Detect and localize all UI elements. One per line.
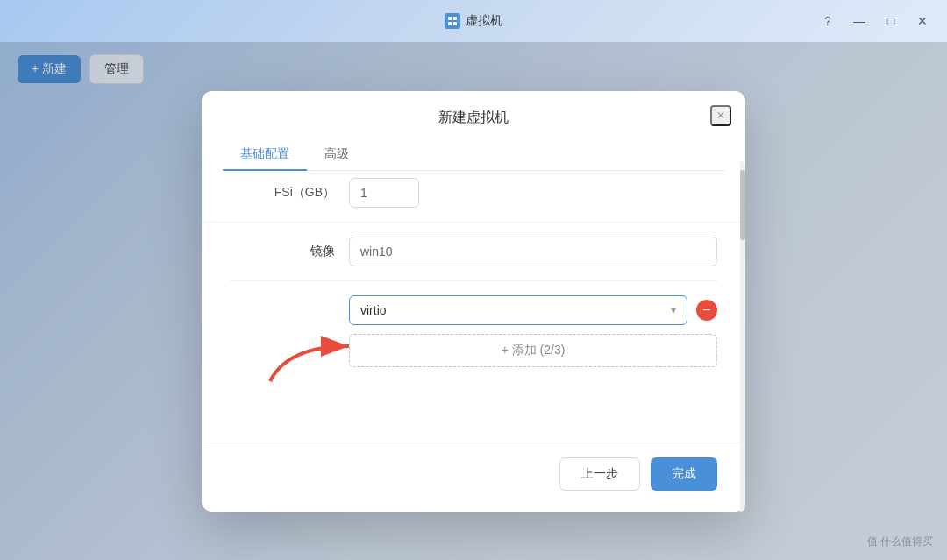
app-icon [445, 13, 460, 29]
dialog-overlay: 新建虚拟机 × 基础配置 高级 FSi（GB） 1 [0, 42, 947, 560]
virtio-value: virtio [360, 303, 387, 317]
dialog-header: 新建虚拟机 × 基础配置 高级 [202, 91, 745, 171]
finish-button[interactable]: 完成 [651, 457, 717, 491]
help-button[interactable]: ? [817, 11, 838, 32]
svg-rect-2 [448, 22, 452, 25]
minimize-button[interactable]: — [849, 11, 870, 32]
image-control [349, 237, 717, 266]
remove-virtio-button[interactable]: − [696, 300, 717, 321]
virtio-select[interactable]: virtio ▾ [349, 295, 687, 325]
svg-rect-3 [453, 22, 457, 25]
dialog-scrollbar[interactable] [740, 161, 745, 512]
image-label: 镜像 [230, 244, 335, 259]
svg-rect-0 [448, 17, 452, 20]
virtio-control: virtio ▾ − [349, 295, 717, 367]
dialog-title: 新建虚拟机 [438, 109, 509, 127]
form-section: 镜像 virtio [202, 223, 745, 381]
app-title-area: 虚拟机 [445, 13, 502, 29]
dropdown-wrapper: virtio ▾ − [349, 295, 717, 325]
tab-advanced[interactable]: 高级 [307, 139, 367, 171]
svg-rect-1 [453, 17, 457, 20]
add-button[interactable]: + 添加 (2/3) [349, 334, 717, 367]
virtio-form-row: virtio ▾ − [230, 281, 717, 381]
close-button[interactable]: ✕ [912, 11, 933, 32]
tab-bar: 基础配置 高级 [223, 139, 724, 171]
title-bar: 虚拟机 ? — □ ✕ [0, 0, 947, 42]
image-input[interactable] [349, 237, 717, 266]
chevron-down-icon: ▾ [671, 304, 676, 316]
scrollbar-thumb [740, 170, 745, 240]
tab-basic-config[interactable]: 基础配置 [223, 139, 307, 171]
dialog-body: FSi（GB） 1 镜像 [202, 171, 745, 443]
new-vm-dialog: 新建虚拟机 × 基础配置 高级 FSi（GB） 1 [202, 91, 745, 512]
maximize-button[interactable]: □ [880, 11, 901, 32]
watermark: 值·什么值得买 [867, 535, 933, 549]
dialog-close-button[interactable]: × [710, 105, 731, 126]
dialog-footer: 上一步 完成 [202, 443, 745, 512]
window-controls: ? — □ ✕ [817, 0, 933, 42]
image-form-row: 镜像 [230, 223, 717, 281]
partial-form-row: FSi（GB） 1 [202, 171, 745, 223]
back-button[interactable]: 上一步 [559, 457, 640, 491]
partial-label: FSi（GB） [230, 185, 335, 201]
app-title: 虚拟机 [466, 13, 502, 29]
partial-input[interactable]: 1 [349, 178, 419, 208]
